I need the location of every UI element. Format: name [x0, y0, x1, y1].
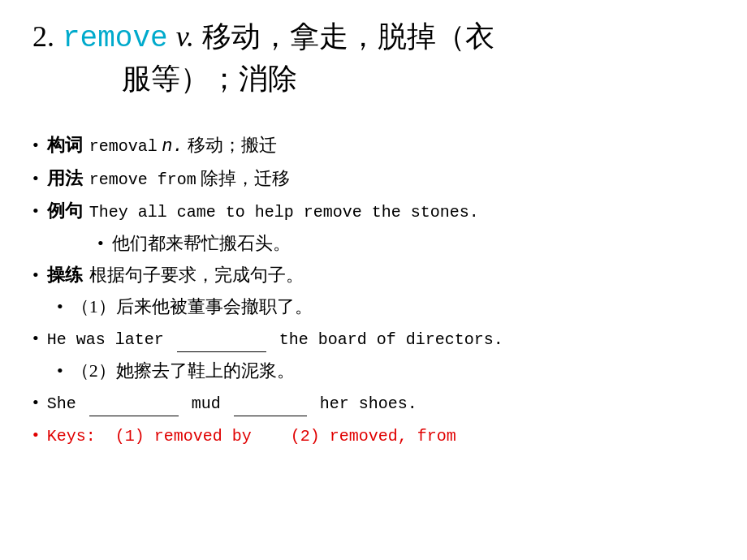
- entry-pos: v.: [176, 16, 194, 57]
- label-caolian: 操练: [47, 261, 83, 288]
- liju-zh: 他们都来帮忙搬石头。: [112, 230, 291, 256]
- list-item-yongfa: 用法 remove from 除掉，迁移: [32, 165, 715, 192]
- goucí-word: removal: [89, 135, 158, 159]
- goucí-pos: n.: [162, 133, 183, 160]
- label-yongfa: 用法: [47, 165, 83, 192]
- list-item-goucí: 构词 removal n. 移动；搬迁: [32, 131, 715, 160]
- entry-word: remove: [63, 19, 168, 59]
- yongfa-phrase: remove from: [89, 168, 196, 192]
- entry-number: 2.: [32, 16, 54, 57]
- ex2-en: She mud her shoes.: [47, 392, 417, 416]
- entry-list: 构词 removal n. 移动；搬迁 用法 remove from 除掉，迁移…: [32, 131, 715, 449]
- list-item-ex1-en: He was later the board of directors.: [32, 325, 715, 352]
- blank-ex2a: [89, 416, 179, 416]
- list-item-ex1-zh: （1）后来他被董事会撤职了。: [32, 293, 715, 320]
- ex2-zh: （2）她擦去了鞋上的泥浆。: [71, 357, 295, 384]
- list-item-liju: 例句 They all came to help remove the ston…: [32, 197, 715, 225]
- list-item-caolian: 操练 根据句子要求，完成句子。: [32, 261, 715, 288]
- entry-definition2: 服等）；消除: [32, 59, 715, 99]
- keys-content: Keys: (1) removed by (2) removed, from: [47, 424, 456, 449]
- blank-ex1: [177, 351, 266, 352]
- ex1-zh: （1）后来他被董事会撤职了。: [71, 293, 313, 320]
- header-section: 2. remove v. 移动，拿走，脱掉（衣 服等）；消除: [32, 16, 715, 99]
- entry-definition1: 移动，拿走，脱掉（衣: [202, 16, 494, 57]
- ex1-en: He was later the board of directors.: [47, 328, 503, 352]
- content-section: 构词 removal n. 移动；搬迁 用法 remove from 除掉，迁移…: [32, 131, 715, 449]
- list-item-keys: Keys: (1) removed by (2) removed, from: [32, 421, 715, 449]
- yongfa-def: 除掉，迁移: [201, 165, 290, 192]
- caolian-instruction: 根据句子要求，完成句子。: [89, 261, 304, 288]
- label-goucí: 构词: [47, 131, 83, 158]
- goucí-def: 移动；搬迁: [188, 131, 277, 158]
- blank-ex2b: [234, 416, 307, 416]
- header-line: 2. remove v. 移动，拿走，脱掉（衣: [32, 16, 715, 59]
- list-item-ex2-en: She mud her shoes.: [32, 389, 715, 416]
- list-item-liju-zh: 他们都来帮忙搬石头。: [32, 230, 715, 256]
- list-item-ex2-zh: （2）她擦去了鞋上的泥浆。: [32, 357, 715, 384]
- label-liju: 例句: [47, 197, 83, 224]
- liju-sentence: They all came to help remove the stones.: [89, 200, 479, 225]
